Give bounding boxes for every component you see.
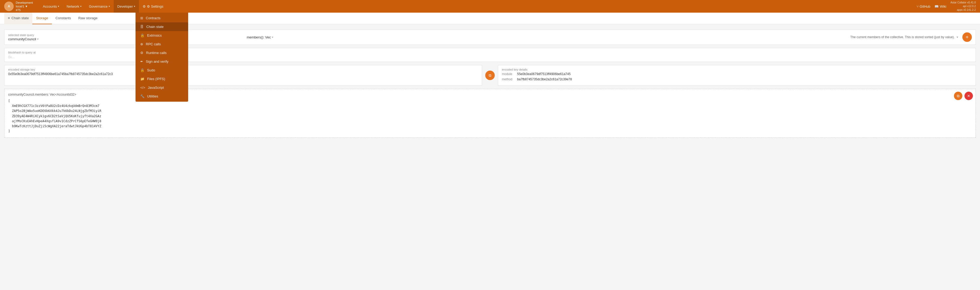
tab-storage[interactable]: Storage	[32, 13, 52, 24]
method-input-group: members(): Vec ▾	[247, 35, 484, 39]
copy-icon: ⧉	[489, 73, 491, 78]
wiki-link[interactable]: 📖 Wiki	[934, 5, 946, 8]
chain-state-icon: 🗄	[140, 25, 144, 29]
nav-accounts[interactable]: Accounts ▾	[39, 0, 63, 13]
gear-icon: ⚙	[143, 5, 146, 8]
rpc-icon: ⊕	[140, 42, 143, 46]
result-code: [ XmE9hCGX771c3zzV6tPa8U2cDz4U4zkqUdmBrQ…	[8, 99, 972, 134]
extrinsics-icon: 🔒	[140, 33, 145, 37]
javascript-icon: </>	[140, 86, 145, 89]
github-icon: ⑂	[916, 5, 919, 8]
tab-chain-state[interactable]: ≡ Chain state	[4, 13, 32, 24]
chevron-down-icon: ▾	[80, 5, 81, 8]
encoded-key-left: encoded storage key 0x55e0b3ea0679df7513…	[4, 65, 482, 86]
method-select[interactable]: members(): Vec ▾	[247, 35, 484, 39]
runtime-icon: ⚙	[140, 51, 143, 55]
query-description: The current members of the collective. T…	[485, 35, 960, 39]
brand-logo[interactable]: A Development local/1 ▼ #75	[4, 1, 33, 12]
method-row: method ba7fb8745735dc3be2a2c61a72c39e78	[502, 77, 972, 81]
tab-constants[interactable]: Constants	[52, 13, 75, 24]
module-row: module 55e0b3ea0679df7513ff4906be61a745	[502, 72, 972, 76]
dropdown-chain-state[interactable]: 🗄 Chain state	[135, 22, 188, 31]
top-navbar: A Development local/1 ▼ #75 Accounts ▾ N…	[0, 0, 980, 13]
query-input-group: selected state query communityCouncil ▾	[8, 33, 245, 41]
dropdown-rpc-calls[interactable]: ⊕ RPC calls	[135, 40, 188, 48]
developer-dropdown: ⊞ Contracts 🗄 Chain state 🔒 Extrinsics ⊕…	[135, 13, 188, 102]
close-icon: ✕	[967, 94, 970, 98]
encoded-key-details: encoded key details module 55e0b3ea0679d…	[498, 65, 976, 86]
dropdown-runtime-calls[interactable]: ⚙ Runtime calls	[135, 48, 188, 57]
sign-icon: ✒	[140, 59, 143, 64]
nav-right: ⑂ GitHub 📖 Wiki Astar Collator v5.41.0 a…	[916, 1, 976, 12]
copy-result-button[interactable]: ⧉	[954, 92, 963, 100]
query-select[interactable]: communityCouncil ▾	[8, 37, 245, 41]
close-result-button[interactable]: ✕	[964, 92, 973, 100]
chain-state-tab-icon: ≡	[8, 16, 10, 20]
sudo-icon: 🔒	[140, 68, 145, 72]
description-arrow-icon: ▾	[956, 35, 958, 39]
version-info: Astar Collator v5.41.0 api v12.0.2 apps …	[951, 1, 976, 12]
nav-network[interactable]: Network ▾	[63, 0, 85, 13]
dropdown-utilities[interactable]: 🔧 Utilities	[135, 92, 188, 100]
copy-icon: ⧉	[957, 94, 959, 98]
result-actions: ⧉ ✕	[954, 92, 973, 100]
dropdown-sudo[interactable]: 🔒 Sudo	[135, 66, 188, 75]
chevron-down-icon: ▾	[272, 35, 274, 39]
files-icon: 📁	[140, 77, 145, 81]
logo-circle: A	[4, 2, 14, 11]
wiki-icon: 📖	[934, 5, 939, 8]
chevron-down-icon: ▾	[109, 5, 110, 8]
nav-developer[interactable]: Developer ▾	[114, 0, 139, 13]
utilities-icon: 🔧	[140, 94, 145, 98]
dropdown-javascript[interactable]: </> JavaScript	[135, 83, 188, 92]
chevron-down-icon: ▾	[37, 37, 39, 41]
nav-settings[interactable]: ⚙ ⚙ Settings	[139, 0, 167, 13]
tab-raw-storage[interactable]: Raw storage	[75, 13, 101, 24]
nav-governance[interactable]: Governance ▾	[85, 0, 114, 13]
add-query-button[interactable]: +	[963, 32, 972, 42]
copy-encoded-key-button[interactable]: ⧉	[485, 70, 495, 80]
chevron-down-icon: ▾	[134, 5, 135, 8]
dropdown-files[interactable]: 📁 Files (IPFS)	[135, 75, 188, 83]
dropdown-extrinsics[interactable]: 🔒 Extrinsics	[135, 31, 188, 40]
dropdown-sign-verify[interactable]: ✒ Sign and verify	[135, 57, 188, 66]
dropdown-contracts[interactable]: ⊞ Contracts	[135, 14, 188, 22]
contracts-icon: ⊞	[140, 16, 143, 20]
brand-text: Development local/1 ▼ #75	[16, 1, 33, 12]
nav-items: Accounts ▾ Network ▾ Governance ▾ Develo…	[39, 0, 478, 13]
github-link[interactable]: ⑂ GitHub	[916, 5, 930, 8]
chevron-down-icon: ▾	[58, 5, 59, 8]
